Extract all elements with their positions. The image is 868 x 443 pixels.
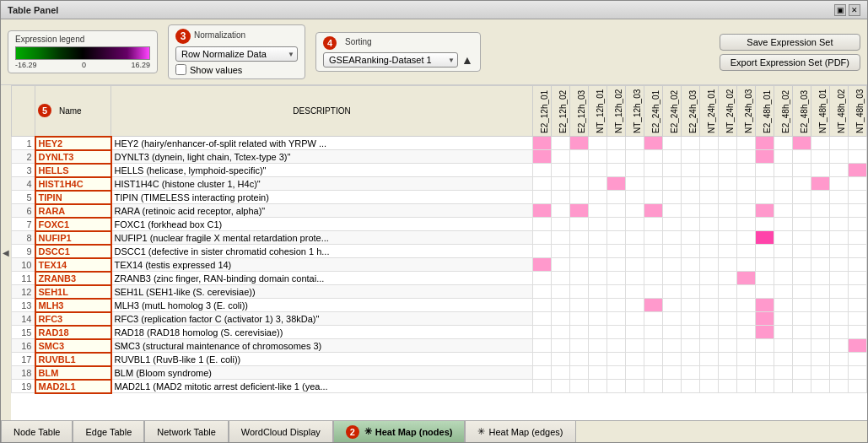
table-row: 4HIST1H4CHIST1H4C (histone cluster 1, H4… [12, 177, 867, 191]
normalization-select-wrapper[interactable]: Row Normalize Data No Normalization Colu… [175, 46, 298, 62]
tab-heatmap-nodes[interactable]: 2 ✳ Heat Map (nodes) [333, 421, 466, 442]
heat-cell [607, 137, 626, 150]
heat-cell [700, 177, 719, 191]
heat-cell [533, 191, 552, 204]
tab-network-table[interactable]: Network Table [144, 421, 229, 442]
restore-button[interactable]: ▣ [834, 4, 846, 16]
heat-cell [793, 164, 811, 177]
scroll-left-indicator[interactable]: ◀ [1, 85, 11, 420]
gene-name[interactable]: RARA [35, 204, 111, 218]
col-header-E2_48h_02[interactable]: E2_48h_02 [774, 86, 793, 137]
heat-cell [682, 299, 700, 312]
gene-name[interactable]: NUFIP1 [35, 231, 111, 245]
gene-name[interactable]: DSCC1 [35, 245, 111, 258]
col-header-NT_48h_01[interactable]: NT_48h_01 [811, 86, 830, 137]
heat-cell [811, 191, 830, 204]
bottom-tabs: Node Table Edge Table Network Table Word… [1, 420, 867, 442]
heat-cell [552, 204, 570, 218]
heat-cell [552, 272, 570, 285]
heat-cell [570, 204, 589, 218]
col-header-NT_12h_02[interactable]: NT_12h_02 [607, 86, 626, 137]
heat-cell [533, 150, 552, 164]
heat-cell [756, 137, 774, 150]
gene-name[interactable]: RUVBL1 [35, 353, 111, 366]
heat-cell [570, 380, 589, 393]
row-number: 13 [12, 299, 35, 312]
table-container[interactable]: 5 Name DESCRIPTION E2_12h_01 E2_12h_02 E… [11, 85, 867, 420]
gene-name[interactable]: SMC3 [35, 339, 111, 353]
gene-name[interactable]: MLH3 [35, 299, 111, 312]
sorting-select[interactable]: GSEARanking-Dataset 1 Default [323, 52, 458, 68]
show-values-checkbox[interactable] [175, 64, 186, 75]
heat-cell [644, 164, 663, 177]
gene-name[interactable]: SEH1L [35, 285, 111, 299]
col-header-E2_24h_03[interactable]: E2_24h_03 [682, 86, 700, 137]
gene-name[interactable]: RFC3 [35, 312, 111, 326]
action-buttons: Save Expression Set Export Expression Se… [720, 34, 860, 71]
col-header-E2_24h_02[interactable]: E2_24h_02 [663, 86, 682, 137]
heat-cell [849, 177, 867, 191]
col-header-NT_24h_03[interactable]: NT_24h_03 [737, 86, 756, 137]
gene-name[interactable]: BLM [35, 366, 111, 380]
col-header-E2_48h_01[interactable]: E2_48h_01 [756, 86, 774, 137]
tab-node-table[interactable]: Node Table [1, 421, 73, 442]
heat-cell [793, 177, 811, 191]
heat-cell [570, 137, 589, 150]
gene-name[interactable]: HELLS [35, 164, 111, 177]
gene-name[interactable]: TEX14 [35, 258, 111, 272]
heat-cell [663, 231, 682, 245]
heat-cell [737, 366, 756, 380]
gene-name[interactable]: TIPIN [35, 191, 111, 204]
heat-cell [626, 137, 644, 150]
gene-name[interactable]: ZRANB3 [35, 272, 111, 285]
col-header-E2_24h_01[interactable]: E2_24h_01 [644, 86, 663, 137]
gene-name[interactable]: HEY2 [35, 137, 111, 150]
heat-cell [849, 258, 867, 272]
table-row: 1HEY2HEY2 (hairy/enhancer-of-split relat… [12, 137, 867, 150]
close-button[interactable]: ✕ [849, 4, 860, 16]
col-header-NT_24h_02[interactable]: NT_24h_02 [719, 86, 737, 137]
gene-name[interactable]: HIST1H4C [35, 177, 111, 191]
gene-name[interactable]: DYNLT3 [35, 150, 111, 164]
col-header-NT_12h_03[interactable]: NT_12h_03 [626, 86, 644, 137]
gene-name[interactable]: MAD2L1 [35, 380, 111, 393]
col-header-E2_12h_01[interactable]: E2_12h_01 [533, 86, 552, 137]
heat-cell [756, 177, 774, 191]
heat-cell [700, 218, 719, 231]
export-expression-button[interactable]: Export Expression Set (PDF) [720, 54, 860, 71]
heat-cell [774, 231, 793, 245]
col-header-NT_24h_01[interactable]: NT_24h_01 [700, 86, 719, 137]
col-header-NT_48h_03[interactable]: NT_48h_03 [849, 86, 867, 137]
heat-cell [700, 366, 719, 380]
heat-cell [607, 285, 626, 299]
heat-cell [682, 285, 700, 299]
tab-edge-table[interactable]: Edge Table [73, 421, 144, 442]
heat-cell [607, 164, 626, 177]
gene-name[interactable]: FOXC1 [35, 218, 111, 231]
heat-cell [793, 366, 811, 380]
heat-cell [682, 204, 700, 218]
save-expression-button[interactable]: Save Expression Set [720, 34, 860, 51]
heat-cell [737, 204, 756, 218]
sort-direction-button[interactable]: ▲ [461, 53, 473, 67]
heat-cell [607, 299, 626, 312]
heat-cell [682, 258, 700, 272]
heat-cell [644, 245, 663, 258]
col-header-E2_12h_03[interactable]: E2_12h_03 [570, 86, 589, 137]
heat-cell [756, 312, 774, 326]
gene-name[interactable]: RAD18 [35, 326, 111, 339]
col-header-E2_12h_02[interactable]: E2_12h_02 [552, 86, 570, 137]
col-header-E2_48h_03[interactable]: E2_48h_03 [793, 86, 811, 137]
col-header-desc[interactable]: DESCRIPTION [111, 86, 533, 137]
normalization-select[interactable]: Row Normalize Data No Normalization Colu… [175, 46, 298, 62]
col-header-NT_12h_01[interactable]: NT_12h_01 [589, 86, 607, 137]
sorting-select-wrapper[interactable]: GSEARanking-Dataset 1 Default [323, 52, 458, 68]
heat-cell [830, 204, 849, 218]
heat-cell [811, 299, 830, 312]
tab-wordcloud[interactable]: WordCloud Display [229, 421, 333, 442]
col-header-name[interactable]: 5 Name [35, 86, 111, 137]
col-header-NT_48h_02[interactable]: NT_48h_02 [830, 86, 849, 137]
show-values-row: Show values [175, 64, 298, 75]
heat-cell [719, 299, 737, 312]
tab-heatmap-edges[interactable]: ✳ Heat Map (edges) [465, 421, 575, 442]
